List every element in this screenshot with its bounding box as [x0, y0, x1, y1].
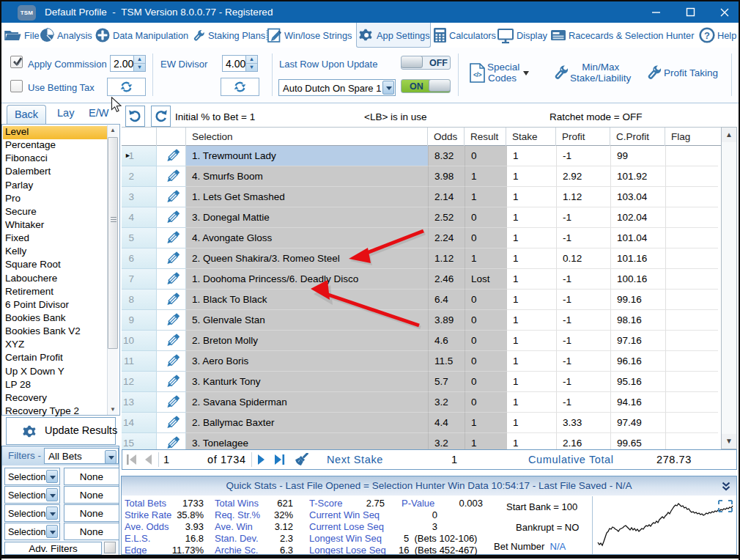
svg-text:</>: </>: [473, 71, 481, 78]
svg-text:?: ?: [704, 30, 710, 41]
